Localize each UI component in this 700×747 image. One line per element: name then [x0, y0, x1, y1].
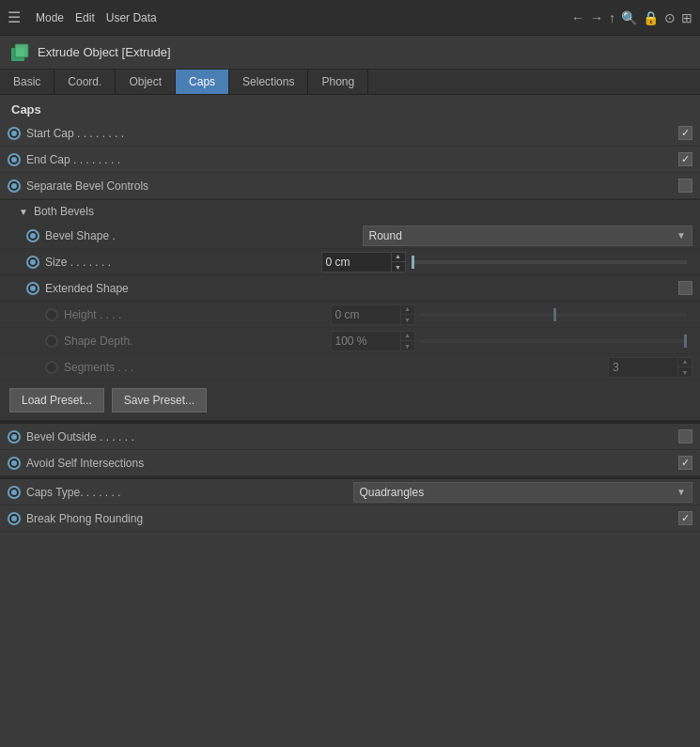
- extended-shape-row: Extended Shape: [0, 275, 700, 302]
- bevel-shape-dropdown[interactable]: Round ▼: [363, 226, 693, 246]
- avoid-self-row: Avoid Self Intersections: [0, 450, 700, 476]
- segments-spin-up[interactable]: ▲: [678, 357, 692, 367]
- nav-fwd-btn[interactable]: →: [590, 10, 603, 25]
- nav-up-btn[interactable]: ↑: [609, 10, 615, 25]
- nav-back-btn[interactable]: ←: [571, 10, 584, 25]
- height-input[interactable]: 0 cm ▲ ▼: [331, 304, 415, 325]
- tab-basic[interactable]: Basic: [0, 70, 54, 94]
- nav-circle-btn[interactable]: ⊙: [664, 10, 676, 25]
- bevel-shape-arrow: ▼: [677, 230, 686, 241]
- extended-shape-label: Extended Shape: [45, 282, 678, 295]
- size-spinner[interactable]: ▲ ▼: [391, 252, 405, 272]
- extrude-icon: [9, 42, 30, 63]
- load-preset-button[interactable]: Load Preset...: [9, 388, 104, 412]
- save-preset-button[interactable]: Save Preset...: [112, 388, 207, 412]
- both-bevels-header[interactable]: ▼ Both Bevels: [0, 200, 700, 223]
- avoid-self-checkbox[interactable]: [678, 456, 692, 470]
- height-spin-down[interactable]: ▼: [401, 315, 414, 325]
- shape-depth-row: Shape Depth. 100 % ▲ ▼: [0, 328, 700, 354]
- start-cap-radio[interactable]: [8, 127, 21, 140]
- height-spin-up[interactable]: ▲: [401, 304, 414, 315]
- separate-bevel-label: Separate Bevel Controls: [26, 179, 678, 193]
- height-label: Height . . . .: [64, 308, 331, 321]
- break-phong-checkbox[interactable]: [678, 511, 692, 525]
- shape-depth-spinner[interactable]: ▲ ▼: [400, 331, 414, 351]
- user-data-menu[interactable]: User Data: [106, 11, 157, 24]
- end-cap-checkbox[interactable]: [678, 152, 692, 166]
- svg-rect-1: [15, 44, 28, 57]
- bevel-outside-checkbox[interactable]: [678, 429, 692, 444]
- object-title: Extrude Object [Extrude]: [38, 45, 171, 59]
- tabs-bar: Basic Coord. Object Caps Selections Phon…: [0, 70, 700, 95]
- both-bevels-section: ▼ Both Bevels Bevel Shape . Round ▼ Size…: [0, 199, 700, 421]
- segments-label: Segments . . .: [64, 361, 608, 374]
- segments-input[interactable]: 3 ▲ ▼: [608, 357, 692, 378]
- bevel-shape-value: Round: [369, 229, 402, 242]
- extended-shape-radio[interactable]: [26, 282, 39, 295]
- size-slider-thumb: [412, 256, 414, 269]
- shape-depth-radio[interactable]: [45, 335, 58, 348]
- height-row: Height . . . . 0 cm ▲ ▼: [0, 302, 700, 328]
- bevel-outside-radio[interactable]: [8, 430, 21, 444]
- caps-type-radio[interactable]: [8, 486, 21, 499]
- separate-bevel-radio[interactable]: [8, 179, 21, 193]
- start-cap-row: Start Cap . . . . . . . .: [0, 120, 700, 147]
- mode-menu[interactable]: Mode: [36, 11, 64, 24]
- toolbar: ☰ Mode Edit User Data ← → ↑ 🔍 🔒 ⊙ ⊞: [0, 0, 700, 36]
- size-row: Size . . . . . . . 0 cm ▲ ▼: [0, 249, 700, 275]
- height-radio[interactable]: [45, 308, 58, 321]
- segments-radio[interactable]: [45, 361, 58, 374]
- size-input[interactable]: 0 cm ▲ ▼: [321, 252, 406, 272]
- object-header: Extrude Object [Extrude]: [0, 36, 700, 70]
- height-slider[interactable]: [421, 313, 688, 317]
- break-phong-radio[interactable]: [8, 512, 21, 525]
- height-value: 0 cm: [332, 308, 400, 321]
- caps-type-dropdown[interactable]: Quadrangles ▼: [353, 482, 693, 503]
- nav-search-btn[interactable]: 🔍: [621, 10, 637, 25]
- segments-spin-down[interactable]: ▼: [678, 367, 692, 378]
- size-spin-up[interactable]: ▲: [392, 252, 405, 262]
- size-radio[interactable]: [26, 256, 39, 269]
- separate-bevel-checkbox[interactable]: [678, 179, 692, 193]
- break-phong-row: Break Phong Rounding: [0, 506, 700, 532]
- collapse-icon: ▼: [19, 207, 28, 217]
- caps-type-value: Quadrangles: [360, 486, 425, 499]
- segments-row: Segments . . . 3 ▲ ▼: [0, 354, 700, 381]
- shape-depth-input[interactable]: 100 % ▲ ▼: [331, 331, 415, 351]
- nav-plus-btn[interactable]: ⊞: [681, 10, 692, 25]
- segments-spinner[interactable]: ▲ ▼: [677, 357, 692, 378]
- main-panel: Caps Start Cap . . . . . . . . End Cap .…: [0, 95, 700, 744]
- tab-caps[interactable]: Caps: [176, 70, 229, 94]
- size-label: Size . . . . . . .: [45, 256, 321, 269]
- caps-section-label: Caps: [0, 95, 700, 120]
- shape-depth-slider[interactable]: [421, 339, 688, 343]
- tab-coord[interactable]: Coord.: [54, 70, 116, 94]
- nav-lock-btn[interactable]: 🔒: [643, 10, 659, 25]
- end-cap-radio[interactable]: [8, 153, 21, 166]
- tab-phong[interactable]: Phong: [308, 70, 368, 94]
- tab-selections[interactable]: Selections: [229, 70, 308, 94]
- start-cap-label: Start Cap . . . . . . . .: [26, 127, 678, 140]
- start-cap-checkbox[interactable]: [678, 126, 692, 140]
- tab-object[interactable]: Object: [116, 70, 176, 94]
- bevel-shape-radio[interactable]: [26, 229, 39, 242]
- shape-depth-label: Shape Depth.: [64, 335, 331, 348]
- menu-icon[interactable]: ☰: [8, 8, 21, 26]
- bevel-outside-row: Bevel Outside . . . . . .: [0, 424, 700, 450]
- size-slider[interactable]: [412, 260, 688, 264]
- height-spinner[interactable]: ▲ ▼: [400, 304, 414, 325]
- size-spin-down[interactable]: ▼: [392, 262, 405, 272]
- shape-depth-spin-down[interactable]: ▼: [401, 341, 414, 351]
- avoid-self-radio[interactable]: [8, 457, 21, 470]
- bevel-outside-label: Bevel Outside . . . . . .: [26, 430, 678, 444]
- shape-depth-spin-up[interactable]: ▲: [401, 331, 414, 341]
- size-value: 0 cm: [322, 256, 391, 269]
- caps-type-arrow: ▼: [677, 487, 686, 497]
- shape-depth-slider-thumb: [684, 335, 687, 348]
- height-slider-thumb: [553, 308, 556, 321]
- break-phong-label: Break Phong Rounding: [26, 512, 678, 525]
- preset-buttons-row: Load Preset... Save Preset...: [0, 381, 700, 420]
- extended-shape-checkbox[interactable]: [678, 281, 692, 295]
- edit-menu[interactable]: Edit: [75, 11, 95, 24]
- avoid-self-label: Avoid Self Intersections: [26, 457, 678, 470]
